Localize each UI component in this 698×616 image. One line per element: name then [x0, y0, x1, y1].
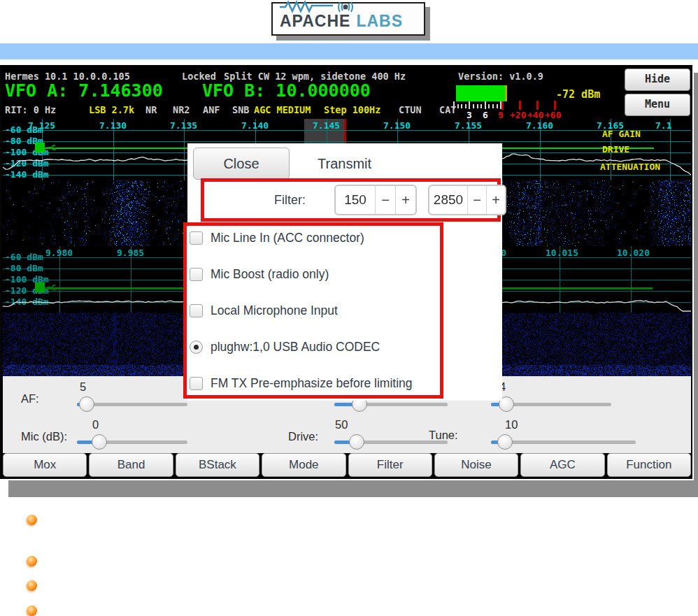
af-slider-thumb[interactable]: [79, 396, 94, 412]
transmit-dialog: Close Transmit Filter: 150 − + 2850 − + …: [187, 143, 502, 401]
orange-bullet-icon: [27, 580, 37, 591]
mox-button[interactable]: Mox: [3, 453, 87, 477]
status-text: AGC MEDIUM: [254, 104, 311, 115]
orange-bullet-icon: [27, 515, 37, 525]
option-checkbox-row[interactable]: Local Microphone Input: [190, 303, 338, 318]
s-meter-peak-marker: [505, 85, 507, 101]
checkbox-icon: [190, 268, 203, 281]
s-meter-tick: [536, 101, 539, 110]
af-slider-value: 5: [80, 380, 86, 394]
option-label: Mic Line In (ACC connector): [211, 231, 364, 245]
function-button-row: MoxBandBStackModeFilterNoiseAGCFunction: [3, 453, 691, 477]
status-text: CTUN: [399, 104, 422, 115]
checkbox-icon: [190, 377, 203, 390]
filter-high-decrement-button[interactable]: −: [467, 186, 486, 214]
filter-button[interactable]: Filter: [348, 453, 432, 477]
apache-labs-logo: APACHELABS: [271, 2, 425, 36]
option-checkbox-row[interactable]: Mic Line In (ACC connector): [190, 231, 364, 245]
status-text: NR2: [173, 104, 190, 115]
status-text: NR: [145, 104, 157, 115]
filter-high-value[interactable]: 2850: [429, 186, 467, 214]
s-meter-tick: [488, 104, 490, 108]
mic-options-box: Mic Line In (ACC connector)Mic Boost (ra…: [183, 222, 443, 399]
logo-labs-text: LABS: [356, 12, 403, 30]
status-text: Version: v1.0.9: [458, 71, 543, 82]
signal-level-readout: -72 dBm: [556, 88, 600, 101]
mic-slider-label: Mic (dB):: [21, 430, 67, 443]
filter-high-increment-button[interactable]: +: [486, 186, 505, 214]
mic-slider-thumb[interactable]: [92, 434, 107, 450]
checkbox-icon: [190, 231, 203, 245]
logo-apache-text: APACHE: [280, 12, 350, 30]
tune-slider-track[interactable]: [491, 440, 636, 444]
agc-button[interactable]: AGC: [520, 453, 604, 477]
dialog-title: Transmit: [318, 156, 371, 172]
vfo-b-display: VFO B: 10.000000: [202, 80, 371, 101]
option-checkbox-row[interactable]: FM TX Pre-emphasize before limiting: [190, 376, 413, 391]
mode-button[interactable]: Mode: [262, 453, 346, 477]
menu-button[interactable]: Menu: [625, 94, 690, 116]
drive-slider-thumb[interactable]: [349, 434, 364, 450]
filter-low-value[interactable]: 150: [336, 186, 375, 214]
option-checkbox-row[interactable]: Mic Boost (radio only): [190, 267, 329, 282]
status-text: ANF: [203, 104, 220, 115]
s-meter-tick: [480, 104, 482, 108]
s-meter-tick: [501, 101, 504, 110]
bstack-button[interactable]: BStack: [176, 453, 259, 477]
status-text: Step 100Hz: [324, 104, 380, 115]
option-label: Mic Boost (radio only): [211, 267, 329, 282]
tune-slider-value: 10: [505, 418, 518, 431]
window-shadow: [8, 480, 698, 497]
orange-bullet-icon: [27, 556, 37, 566]
s-meter-tick: [457, 104, 459, 108]
option-label: FM TX Pre-emphasize before limiting: [211, 376, 413, 391]
s-meter-tick: [492, 104, 494, 108]
drive-slider-label: Drive:: [288, 430, 318, 443]
band-button[interactable]: Band: [89, 453, 173, 477]
filter-label: Filter:: [274, 193, 306, 208]
page: APACHELABS Hermes 10.1 10.0.0.105LockedS…: [0, 0, 698, 616]
logo-text: APACHELABS: [280, 12, 403, 31]
status-text: RIT: 0 Hz: [5, 104, 56, 115]
s-meter-tick: [473, 104, 474, 108]
s-meter-bar: [456, 85, 505, 101]
mic-slider-value: 0: [92, 418, 99, 431]
radio-dot: [194, 345, 199, 350]
s-meter-tick: [519, 101, 521, 110]
option-radio-row[interactable]: plughw:1,0 USB Audio CODEC: [190, 340, 380, 354]
top-blue-bar: [0, 43, 698, 59]
filter-settings-box: Filter: 150 − + 2850 − +: [201, 178, 501, 222]
radio-button-icon: [190, 341, 203, 354]
hide-button[interactable]: Hide: [625, 69, 690, 91]
filter-low-decrement-button[interactable]: −: [375, 186, 395, 214]
noise-button[interactable]: Noise: [434, 453, 518, 477]
tune-slider-label: Tune:: [429, 429, 458, 442]
drive-slider-value: 50: [335, 418, 348, 431]
filter-low-increment-button[interactable]: +: [395, 186, 415, 214]
af-slider-label: AF:: [21, 392, 39, 406]
option-label: Local Microphone Input: [211, 303, 338, 318]
s-meter-tick: [477, 104, 478, 108]
s-meter-tick: [465, 104, 466, 108]
s-meter-tick: [469, 101, 470, 109]
close-button[interactable]: Close: [193, 148, 290, 180]
s-meter-tick: [497, 104, 498, 108]
s-meter-tick: [485, 101, 486, 109]
s-meter-tick: [461, 104, 462, 108]
function-button[interactable]: Function: [607, 453, 691, 477]
checkbox-icon: [190, 304, 203, 317]
orange-bullet-icon: [27, 606, 37, 616]
filter-low-spinner: 150 − +: [334, 185, 417, 215]
tune-slider-thumb[interactable]: [497, 434, 513, 450]
status-text: LSB 2.7k: [89, 104, 134, 115]
s-meter-tick: [554, 101, 556, 110]
option-label: plughw:1,0 USB Audio CODEC: [211, 340, 380, 354]
status-text: SNB: [232, 104, 249, 115]
filter-high-spinner: 2850 − +: [428, 185, 506, 215]
s-meter-tick: [453, 101, 455, 109]
vfo-a-display: VFO A: 7.146300: [5, 80, 163, 101]
window-shadow: [694, 73, 698, 490]
